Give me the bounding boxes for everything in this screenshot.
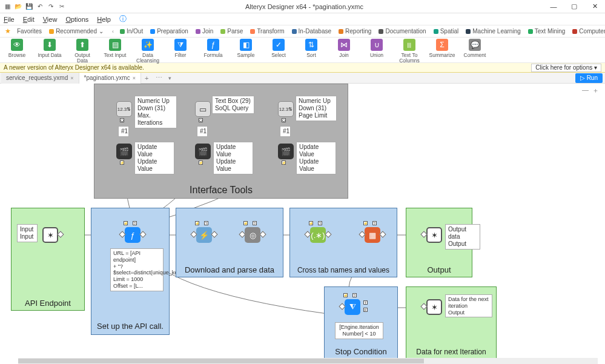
favorites-star-icon: ★ [2,27,13,35]
cat-cv[interactable]: Computer Vision [569,28,605,35]
undo-icon[interactable]: ↶ [36,3,44,10]
tool-input-data[interactable]: ⬇Input Data [36,39,63,58]
tool-output-data[interactable]: ⬆Output Data [69,39,96,63]
zoom-in-icon[interactable]: ＋ [592,86,599,95]
annotation: Update Value Update Value [296,142,336,174]
annotation: Text Box (29) SoQL Query [212,96,254,114]
tool-sort[interactable]: ⇅Sort [298,39,325,58]
container-caption: Output [406,265,472,274]
tab-pagination[interactable]: *pagination.yxmc× [79,73,141,84]
help-icon[interactable]: ⓘ [119,14,127,24]
anchor-label: #1 [118,126,129,137]
zoom-out-icon[interactable]: — [582,86,589,95]
menu-file[interactable]: FFileile [4,16,15,23]
container-caption: Stop Condition [325,347,397,356]
open-icon[interactable]: 📂 [15,3,22,10]
download-tool[interactable]: ⚡ ⚡? [194,227,214,243]
numeric-up-down-tool[interactable]: 12.3⇅ Q [114,101,134,117]
menu-help[interactable]: Help [97,16,111,23]
macro-input-tool[interactable]: ✶ [40,227,61,243]
cat-favorites[interactable]: Favorites [13,28,45,35]
menu-options[interactable]: Options [65,16,88,23]
workflow-tabs: service_requests.yxmd× *pagination.yxmc×… [0,73,605,84]
cat-indb[interactable]: In-Database [288,28,335,35]
anchor-label: #1 [280,126,291,137]
tool-join[interactable]: ⋈Join [331,39,357,58]
app-icon: ▦ [4,3,11,10]
json-parse-tool[interactable]: ◎ ⚡? [242,227,263,243]
cat-join[interactable]: Join [192,28,217,35]
container-caption: Interface Tools [94,185,348,196]
maximize-button[interactable]: ▢ [564,0,584,13]
scroll-left-icon[interactable]: ‹ [110,28,116,35]
tool-union[interactable]: ∪Union [363,39,390,58]
cat-inout[interactable]: In/Out [116,28,147,35]
container-caption: Data for next Iteration [406,348,496,356]
menu-bar: FFileile Edit View Options Help ⓘ [0,13,605,25]
action-tool[interactable]: 🎬 ⚡ [276,143,296,160]
close-icon[interactable]: × [70,75,73,81]
cut-icon[interactable]: ✂ [58,3,65,10]
tab-service-requests[interactable]: service_requests.yxmd× [1,73,79,84]
tool-summarize[interactable]: ΣSummarize [429,39,455,58]
container-caption: Cross tab names and values [290,266,397,274]
cat-documentation[interactable]: Documentation [375,28,429,35]
tool-ribbon: 👁Browse ⬇Input Data ⬆Output Data ▤Text I… [0,38,605,63]
run-button[interactable]: ▷ Run [575,73,603,83]
tool-sample[interactable]: ◧Sample [233,39,259,58]
cat-reporting[interactable]: Reporting [335,28,375,35]
tool-select[interactable]: ✓Select [265,39,292,58]
tool-filter[interactable]: ⧩Filter [167,39,194,58]
run-dropdown[interactable]: ▾ [166,75,174,81]
crosstab-tool[interactable]: ▦ ⚡? [362,227,383,243]
tool-browse[interactable]: 👁Browse [4,39,30,58]
annotation: Input Input [17,224,38,242]
container-caption: API Endpoint [12,299,84,308]
tool-formula[interactable]: ƒFormula [200,39,226,58]
menu-view[interactable]: View [43,16,58,23]
menu-edit[interactable]: Edit [23,16,35,23]
cat-ml[interactable]: Machine Learning [462,28,524,35]
qat: ▦ 📂 💾 ↶ ↷ ✂ [0,3,65,10]
cat-recommended[interactable]: Recommended ⌄ [45,28,107,35]
notice-options-button[interactable]: Click here for options ▾ [531,64,601,72]
container-api-endpoint[interactable]: API Endpoint [11,208,85,311]
text-box-tool[interactable]: ▭ Q [193,101,213,117]
numeric-up-down-tool[interactable]: 12.3⇅ Q [276,101,296,117]
tool-category-row: ★ Favorites Recommended ⌄ ‹ In/Out Prepa… [0,25,605,38]
tool-data-cleansing[interactable]: ✨Data Cleansing [134,39,161,63]
annotation: Update Value Update Value [213,142,253,174]
new-tab-button[interactable]: + [141,74,152,82]
cat-preparation[interactable]: Preparation [147,28,192,35]
annotation: URL = [API endpoint] + "? $select=distin… [110,248,164,291]
close-button[interactable]: ✕ [584,0,605,13]
redo-icon[interactable]: ↷ [47,3,55,10]
tab-overflow-button[interactable]: ⋯ [152,74,166,82]
regex-tool[interactable]: (.∗) ⚡? [308,227,328,243]
tool-comment[interactable]: 💬Comment [461,39,488,58]
tool-text-to-columns[interactable]: ⫼Text To Columns [396,39,423,63]
tool-text-input[interactable]: ▤Text Input [102,39,128,58]
minimize-button[interactable]: — [543,0,564,13]
workflow-canvas[interactable]: — ＋ Interface Tools 12.3⇅ Q Numeric Up D… [0,84,605,364]
notice-text: A newer version of Alteryx Designer x64 … [4,64,144,71]
annotation: Numeric Up Down (31) Page Limit [296,96,337,121]
cat-spatial[interactable]: Spatial [430,28,463,35]
container-download-parse[interactable]: Download and parse data [176,208,283,277]
filter-tool[interactable]: ⧨ TF ⚡? [342,299,363,316]
macro-output-tool[interactable]: ✶ [424,227,445,243]
formula-tool[interactable]: ƒ ⚡ ? [122,227,143,243]
container-caption: Set up the API call. [91,322,169,331]
annotation: Numeric Up Down (31) Max. Iterations [134,96,177,128]
cat-parse[interactable]: Parse [217,28,246,35]
window-title: Alteryx Designer x64 - *pagination.yxmc [65,3,543,10]
action-tool[interactable]: 🎬 ⚡ [193,143,213,160]
cat-textmining[interactable]: Text Mining [524,28,569,35]
action-tool[interactable]: 🎬 ⚡ [114,143,134,160]
close-icon[interactable]: × [133,75,136,81]
horizontal-scrollbar[interactable] [18,358,598,364]
cat-transform[interactable]: Transform [246,28,288,35]
save-icon[interactable]: 💾 [25,3,33,10]
annotation: Output data Output [445,224,480,250]
macro-output-tool[interactable]: ✶ [424,299,445,316]
